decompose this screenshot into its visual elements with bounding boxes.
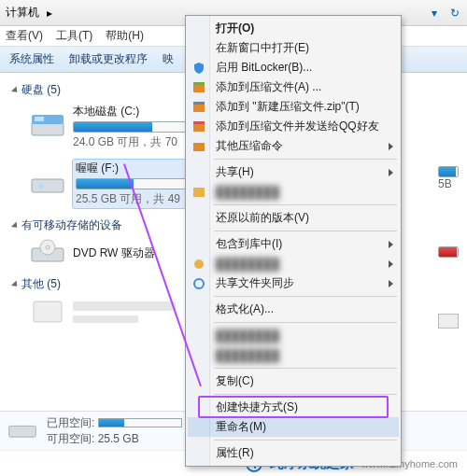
toolbar-map-drive-cut[interactable]: 映 [163,51,174,67]
svg-rect-0 [32,122,64,135]
drive-c-name: 本地磁盘 (C:) [73,104,204,119]
svg-point-7 [46,245,50,249]
chevron-right-icon: ▸ [47,7,52,20]
redacted-text [73,301,176,311]
ctx-add-to-named-zip[interactable]: 添加到 "新建压缩文件.zip"(T) [188,97,399,117]
ctx-copy[interactable]: 复制(C) [188,371,399,391]
archive-icon [191,100,206,115]
ctx-sync-shared[interactable]: 共享文件夹同步 [188,273,399,293]
ctx-rename[interactable]: 重命名(M) [188,417,399,437]
submenu-arrow-icon [389,169,393,176]
dropdown-icon[interactable]: ▾ [428,7,441,20]
status-usage-bar [98,418,182,427]
shield-icon [191,61,206,76]
ctx-restore-previous[interactable]: 还原以前的版本(V) [188,208,399,228]
svg-rect-13 [193,102,205,105]
ctx-open[interactable]: 打开(O) [188,19,399,38]
ctx-redacted[interactable]: ████████ [188,345,399,365]
generic-icon [191,185,206,200]
drive-c-usage-bar [73,121,194,133]
drive-dvd-name: DVD RW 驱动器 [73,245,204,261]
breadcrumb[interactable]: 计算机 [6,5,39,21]
svg-rect-9 [9,426,36,437]
svg-point-19 [194,279,204,288]
section-other-label: 其他 (5) [21,276,61,292]
dvd-icon [30,239,65,267]
ctx-redacted[interactable]: ████████ [188,254,399,273]
ctx-add-to-archive[interactable]: 添加到压缩文件(A) ... [188,77,399,97]
svg-rect-10 [193,84,205,92]
menu-view[interactable]: 查看(V) [6,28,43,44]
drive-icon [7,418,37,444]
drive-c-sub: 24.0 GB 可用，共 70 [73,134,204,150]
submenu-arrow-icon [389,260,393,268]
submenu-arrow-icon [389,241,393,248]
menu-tools[interactable]: 工具(T) [56,28,92,44]
generic-icon [30,298,65,326]
expand-icon [11,280,20,288]
svg-rect-16 [193,143,205,151]
toolbar-uninstall[interactable]: 卸载或更改程序 [69,51,148,67]
archive-icon [191,80,206,95]
side-cut-label: 5B [438,177,452,190]
ctx-other-zip[interactable]: 其他压缩命令 [188,136,399,156]
status-used-label: 已用空间: [47,415,94,430]
right-edge-cut: 5B [435,166,461,329]
archive-icon [191,119,206,134]
ctx-format[interactable]: 格式化(A)... [188,300,399,319]
drive-f-usage-bar [76,178,197,189]
ctx-zip-send-qq[interactable]: 添加到压缩文件并发送给QQ好友 [188,117,399,136]
sync-icon [191,276,206,291]
ctx-bitlocker[interactable]: 启用 BitLocker(B)... [188,58,399,77]
svg-point-18 [194,259,204,269]
ctx-redacted[interactable]: ████████ [188,326,399,345]
status-free-label: 可用空间: 25.5 GB [47,431,182,446]
svg-rect-15 [193,121,205,124]
section-hdd-label: 硬盘 (5) [21,82,61,98]
ctx-redacted[interactable]: ████████ [188,182,399,202]
generic-icon [191,257,206,272]
drive-f-sub: 25.5 GB 可用，共 49 [76,191,201,207]
expand-icon [11,221,20,230]
submenu-arrow-icon [389,280,393,287]
svg-rect-17 [193,188,205,197]
toolbar-system-properties[interactable]: 系统属性 [9,51,54,67]
context-menu: 打开(O) 在新窗口中打开(E) 启用 BitLocker(B)... 添加到压… [185,15,402,467]
svg-rect-2 [35,117,44,121]
refresh-icon[interactable]: ↻ [448,7,461,20]
svg-rect-12 [193,104,205,112]
redacted-text [73,315,138,323]
submenu-arrow-icon [389,143,393,150]
ctx-include-in-library[interactable]: 包含到库中(I) [188,234,399,254]
svg-rect-11 [193,82,205,85]
drive-icon [30,113,65,141]
ctx-open-new-window[interactable]: 在新窗口中打开(E) [188,38,399,58]
section-removable-label: 有可移动存储的设备 [21,217,122,233]
menu-help[interactable]: 帮助(H) [106,28,144,44]
drive-f-name: 喔喔 (F:) [76,161,201,176]
ctx-properties[interactable]: 属性(R) [188,443,399,463]
svg-rect-3 [32,179,64,192]
svg-rect-8 [34,301,62,322]
drive-icon [30,170,65,198]
expand-icon [11,86,20,94]
ctx-create-shortcut[interactable]: 创建快捷方式(S) [188,398,399,417]
archive-icon [191,139,206,154]
ctx-share[interactable]: 共享(H) [188,162,399,182]
svg-rect-14 [193,123,205,132]
svg-point-4 [38,183,44,189]
